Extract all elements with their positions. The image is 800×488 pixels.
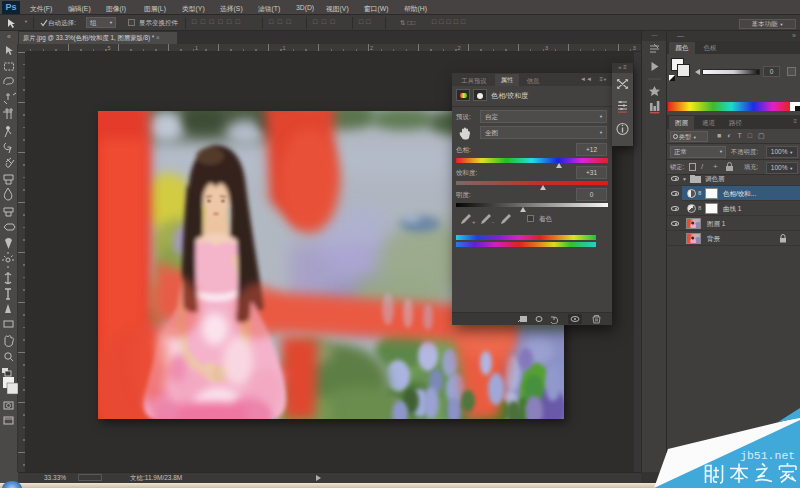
svg-text:+: + (472, 219, 476, 225)
svg-text:-: - (492, 219, 494, 225)
svg-text:jb51.net: jb51.net (740, 449, 795, 462)
